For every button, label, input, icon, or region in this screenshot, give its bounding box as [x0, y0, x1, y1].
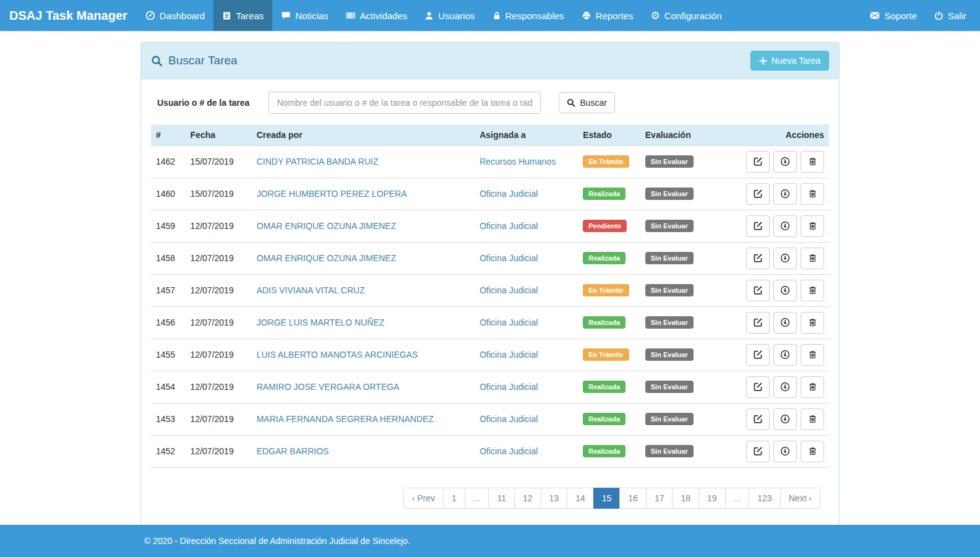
page-button-19-link[interactable]: 19 — [698, 488, 726, 509]
delete-task-button[interactable] — [801, 312, 824, 334]
created-by-link[interactable]: EDGAR BARRIOS — [257, 446, 329, 456]
download-task-button[interactable] — [773, 151, 797, 173]
nav-link-noticias[interactable]: Noticias — [272, 0, 337, 31]
nav-link-actividades[interactable]: Actividades — [337, 0, 416, 31]
download-task-button[interactable] — [773, 280, 797, 301]
status-cell: Realizada — [578, 178, 640, 210]
delete-task-button[interactable] — [801, 408, 824, 430]
nav-item-responsables: Responsables — [484, 0, 573, 31]
status-cell: En Trámite — [578, 274, 640, 306]
created-by-link[interactable]: ADIS VIVIANA VITAL CRUZ — [257, 285, 365, 295]
nav-link-dashboard[interactable]: Dashboard — [137, 0, 213, 31]
created-by-link[interactable]: OMAR ENRIQUE OZUNA JIMENEZ — [257, 221, 397, 231]
search-button[interactable]: Buscar — [559, 92, 615, 113]
page-button-prev-link[interactable]: ‹ Prev — [403, 488, 444, 509]
new-task-button[interactable]: Nueva Tarea — [750, 51, 829, 71]
download-task-button[interactable] — [773, 344, 797, 366]
page-button-11-link[interactable]: 11 — [488, 488, 515, 509]
user-icon — [424, 11, 434, 20]
assigned-to-link[interactable]: Oficina Judicial — [479, 253, 538, 263]
created-by-cell: ADIS VIVIANA VITAL CRUZ — [252, 274, 475, 306]
created-by-link[interactable]: MARIA FERNANDA SEGRERA HERNANDEZ — [257, 414, 434, 424]
nav-link-responsables[interactable]: Responsables — [484, 0, 573, 31]
delete-task-button[interactable] — [801, 183, 824, 205]
nav-link-reportes[interactable]: Reportes — [573, 0, 642, 31]
edit-task-button[interactable] — [746, 344, 770, 366]
task-date-cell: 12/07/2019 — [186, 371, 252, 403]
nav-item-noticias: Noticias — [272, 0, 337, 31]
delete-task-button[interactable] — [801, 215, 824, 237]
edit-task-button[interactable] — [746, 408, 770, 430]
delete-task-button[interactable] — [801, 151, 824, 173]
evaluation-badge: Sin Evaluar — [645, 413, 694, 425]
nav-link-configuracion[interactable]: ⚙Configuración — [642, 0, 730, 31]
assigned-to-link[interactable]: Recursos Humanos — [479, 157, 556, 166]
page-button-12-link[interactable]: 12 — [514, 488, 541, 509]
page-button-123-link[interactable]: 123 — [749, 488, 780, 509]
delete-task-button[interactable] — [801, 344, 824, 366]
assigned-to-link[interactable]: Oficina Judicial — [479, 414, 538, 424]
delete-task-button[interactable] — [801, 376, 824, 398]
status-badge: Realizada — [583, 316, 625, 329]
assigned-to-link[interactable]: Oficina Judicial — [479, 350, 538, 360]
page-button-next-link[interactable]: Next › — [780, 488, 820, 509]
edit-task-button[interactable] — [746, 376, 770, 398]
assigned-to-link[interactable]: Oficina Judicial — [479, 189, 538, 199]
table-row: 145712/07/2019ADIS VIVIANA VITAL CRUZOfi… — [151, 274, 829, 306]
download-task-button[interactable] — [773, 248, 797, 269]
nav-link-soporte[interactable]: Soporte — [861, 0, 926, 31]
secondary-nav: SoporteSalir — [861, 0, 980, 31]
download-task-button[interactable] — [773, 312, 797, 334]
trash-icon — [808, 350, 817, 360]
page-button-14-link[interactable]: 14 — [567, 488, 594, 509]
status-cell: En Trámite — [578, 145, 640, 178]
page-button-13-link[interactable]: 13 — [541, 488, 568, 509]
search-input[interactable] — [269, 92, 541, 114]
edit-task-button[interactable] — [746, 215, 770, 237]
page-button-14: 14 — [567, 488, 594, 509]
delete-task-button[interactable] — [801, 248, 824, 269]
download-task-button[interactable] — [773, 408, 797, 430]
envelope-icon — [870, 11, 880, 20]
edit-task-button[interactable] — [746, 441, 770, 462]
edit-task-button[interactable] — [746, 280, 770, 301]
assigned-to-link[interactable]: Oficina Judicial — [479, 221, 538, 231]
created-by-link[interactable]: LUIS ALBERTO MANOTAS ARCINIEGAS — [257, 350, 418, 360]
evaluation-cell: Sin Evaluar — [640, 371, 737, 403]
search-label: Usuario o # de la tarea — [157, 98, 249, 108]
download-task-button[interactable] — [773, 183, 797, 205]
edit-task-button[interactable] — [746, 183, 770, 205]
page-button-1-link[interactable]: 1 — [443, 488, 465, 509]
created-by-link[interactable]: JORGE HUMBERTO PEREZ LOPERA — [257, 189, 407, 199]
page-button-18-link[interactable]: 18 — [672, 488, 699, 509]
nav-link-salir[interactable]: Salir — [926, 0, 975, 31]
task-id-cell: 1457 — [151, 274, 186, 306]
assigned-to-link[interactable]: Oficina Judicial — [479, 446, 538, 456]
status-cell: Realizada — [578, 371, 640, 403]
created-by-link[interactable]: CINDY PATRICIA BANDA RUIZ — [257, 157, 379, 166]
edit-task-button[interactable] — [746, 151, 770, 173]
evaluation-cell: Sin Evaluar — [640, 178, 737, 210]
nav-item-configuracion: ⚙Configuración — [642, 0, 730, 31]
delete-task-button[interactable] — [801, 280, 824, 301]
edit-icon — [753, 446, 763, 456]
created-by-link[interactable]: OMAR ENRIQUE OZUNA JIMENEZ — [257, 253, 397, 263]
page-button-15: 15 — [594, 488, 621, 509]
delete-task-button[interactable] — [801, 441, 824, 462]
edit-task-button[interactable] — [746, 312, 770, 334]
nav-link-tareas[interactable]: Tareas — [213, 0, 272, 31]
nav-link-usuarios[interactable]: Usuarios — [416, 0, 483, 31]
created-by-link[interactable]: JORGE LUIS MARTELO NUÑEZ — [257, 317, 385, 327]
page-button-17-link[interactable]: 17 — [646, 488, 673, 509]
download-task-button[interactable] — [773, 441, 797, 462]
table-row: 146215/07/2019CINDY PATRICIA BANDA RUIZR… — [151, 145, 829, 178]
assigned-to-link[interactable]: Oficina Judicial — [479, 285, 538, 295]
assigned-to-link[interactable]: Oficina Judicial — [479, 382, 538, 392]
download-task-button[interactable] — [773, 215, 797, 237]
page-button-15-link[interactable]: 15 — [593, 488, 621, 509]
download-task-button[interactable] — [773, 376, 797, 398]
edit-task-button[interactable] — [746, 248, 770, 269]
assigned-to-link[interactable]: Oficina Judicial — [479, 317, 538, 327]
page-button-16-link[interactable]: 16 — [619, 488, 647, 509]
created-by-link[interactable]: RAMIRO JOSE VERGARA ORTEGA — [257, 382, 400, 392]
